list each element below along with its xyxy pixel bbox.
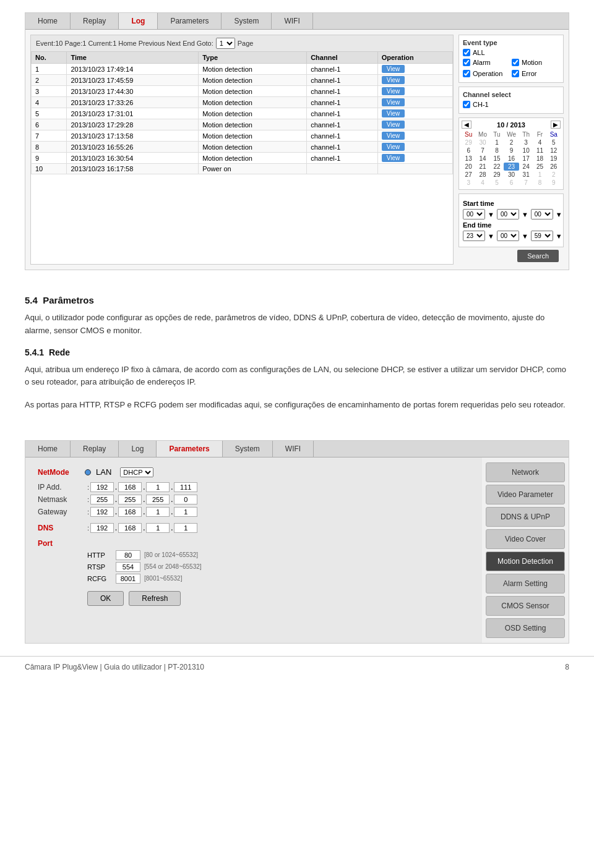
btn-alarm-setting[interactable]: Alarm Setting	[486, 574, 565, 594]
http-input[interactable]	[116, 550, 140, 560]
cal-day[interactable]: 8	[533, 179, 546, 187]
dns-p4[interactable]	[174, 523, 197, 533]
cal-day[interactable]: 21	[475, 163, 489, 171]
cal-day[interactable]: 6	[504, 179, 519, 187]
cal-day[interactable]: 25	[533, 163, 546, 171]
nm-p1[interactable]	[90, 495, 114, 504]
view-button[interactable]: View	[382, 143, 405, 151]
nav-log[interactable]: Log	[119, 13, 158, 29]
view-button[interactable]: View	[382, 65, 405, 73]
cal-day[interactable]: 24	[519, 163, 533, 171]
cal-day[interactable]: 5	[547, 138, 561, 147]
cal-day[interactable]: 6	[462, 147, 475, 155]
bottom-nav-system[interactable]: System	[223, 441, 273, 457]
view-button[interactable]: View	[382, 154, 405, 162]
cal-day[interactable]: 8	[490, 147, 504, 155]
nav-system[interactable]: System	[222, 13, 272, 29]
gw-p2[interactable]	[118, 507, 142, 517]
cal-day[interactable]: 1	[490, 138, 504, 147]
cal-day[interactable]: 20	[462, 163, 475, 171]
nav-parameters[interactable]: Parameters	[158, 13, 222, 29]
cal-day[interactable]: 3	[462, 179, 475, 187]
nm-p2[interactable]	[118, 495, 142, 504]
check-ch1-input[interactable]	[463, 101, 470, 108]
cal-day[interactable]: 4	[475, 179, 489, 187]
gw-p4[interactable]	[174, 507, 197, 517]
btn-motion-detection[interactable]: Motion Detection	[486, 551, 565, 571]
end-h-select[interactable]: 23	[463, 231, 485, 241]
cal-day[interactable]: 30	[475, 138, 489, 147]
btn-network[interactable]: Network	[486, 462, 565, 482]
btn-cmos-sensor[interactable]: CMOS Sensor	[486, 596, 565, 616]
start-h-select[interactable]: 00	[463, 209, 485, 219]
cal-day[interactable]: 1	[533, 171, 546, 179]
check-alarm-input[interactable]	[463, 59, 470, 66]
cal-day[interactable]: 18	[533, 155, 546, 163]
ip-p2[interactable]	[118, 482, 142, 492]
cal-day[interactable]: 9	[504, 147, 519, 155]
cal-day[interactable]: 15	[490, 155, 504, 163]
rtsp-input[interactable]	[116, 562, 140, 572]
btn-ddns[interactable]: DDNS & UPnP	[486, 507, 565, 527]
cal-day[interactable]: 2	[547, 171, 561, 179]
refresh-button[interactable]: Refresh	[129, 591, 181, 606]
bottom-nav-home[interactable]: Home	[25, 441, 71, 457]
view-button[interactable]: View	[382, 87, 405, 95]
check-error-input[interactable]	[512, 70, 519, 77]
nav-home[interactable]: Home	[25, 13, 71, 29]
cal-day[interactable]: 7	[475, 147, 489, 155]
cal-prev-btn[interactable]: ◀	[462, 121, 471, 129]
btn-video-cover[interactable]: Video Cover	[486, 529, 565, 549]
view-button[interactable]: View	[382, 121, 405, 129]
bottom-nav-replay[interactable]: Replay	[71, 441, 119, 457]
cal-day[interactable]: 5	[490, 179, 504, 187]
cal-day[interactable]: 7	[519, 179, 533, 187]
check-operation-input[interactable]	[463, 70, 470, 77]
cal-day[interactable]: 4	[533, 138, 546, 147]
cal-day[interactable]: 31	[519, 171, 533, 179]
cal-day[interactable]: 29	[462, 138, 475, 147]
ip-p3[interactable]	[146, 482, 170, 492]
dhcp-select[interactable]: DHCP	[120, 467, 153, 477]
dns-p2[interactable]	[118, 523, 142, 533]
cal-day[interactable]: 28	[475, 171, 489, 179]
goto-select[interactable]: 1	[216, 38, 235, 49]
btn-osd-setting[interactable]: OSD Setting	[486, 618, 565, 638]
cal-day[interactable]: 3	[519, 138, 533, 147]
start-m-select[interactable]: 00	[497, 209, 519, 219]
bottom-nav-log[interactable]: Log	[119, 441, 157, 457]
cal-day[interactable]: 22	[490, 163, 504, 171]
ip-p1[interactable]	[90, 482, 114, 492]
cal-day[interactable]: 29	[490, 171, 504, 179]
nm-p4[interactable]	[174, 495, 197, 504]
nav-wifi[interactable]: WIFI	[272, 13, 312, 29]
cal-day[interactable]: 16	[504, 155, 519, 163]
cal-day[interactable]: 10	[519, 147, 533, 155]
view-button[interactable]: View	[382, 109, 405, 117]
rcfg-input[interactable]	[116, 574, 140, 584]
view-button[interactable]: View	[382, 98, 405, 106]
nav-replay[interactable]: Replay	[71, 13, 119, 29]
cal-day[interactable]: 17	[519, 155, 533, 163]
check-motion-input[interactable]	[512, 59, 519, 66]
bottom-nav-wifi[interactable]: WIFI	[273, 441, 314, 457]
view-button[interactable]: View	[382, 132, 405, 140]
cal-next-btn[interactable]: ▶	[551, 121, 561, 129]
gw-p1[interactable]	[90, 507, 114, 517]
ok-button[interactable]: OK	[87, 591, 124, 606]
dns-p1[interactable]	[90, 523, 114, 533]
cal-day[interactable]: 30	[504, 171, 519, 179]
check-all-input[interactable]	[463, 49, 470, 56]
gw-p3[interactable]	[146, 507, 170, 517]
view-button[interactable]: View	[382, 76, 405, 84]
end-s-select[interactable]: 59	[531, 231, 553, 241]
cal-day[interactable]: 14	[475, 155, 489, 163]
search-button[interactable]: Search	[517, 250, 559, 262]
dns-p3[interactable]	[146, 523, 170, 533]
bottom-nav-parameters[interactable]: Parameters	[157, 441, 222, 457]
cal-day[interactable]: 19	[547, 155, 561, 163]
cal-day[interactable]: 11	[533, 147, 546, 155]
cal-day[interactable]: 12	[547, 147, 561, 155]
cal-day[interactable]: 2	[504, 138, 519, 147]
cal-day[interactable]: 9	[547, 179, 561, 187]
